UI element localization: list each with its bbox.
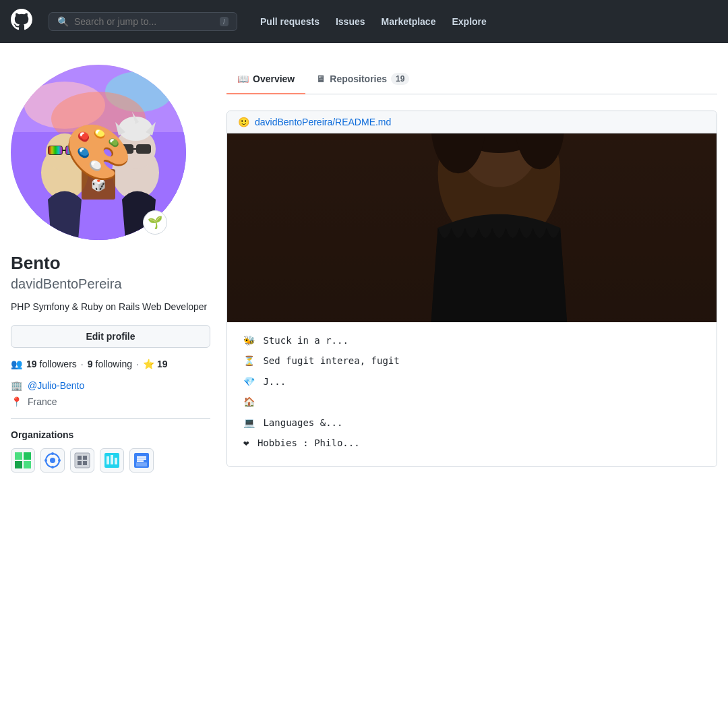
nav-issues[interactable]: Issues <box>329 11 372 32</box>
svg-rect-46 <box>136 462 147 466</box>
svg-rect-35 <box>83 456 87 460</box>
svg-rect-39 <box>107 456 109 464</box>
organization-link[interactable]: @Julio-Bento <box>28 380 84 391</box>
svg-rect-37 <box>83 461 87 465</box>
readme-line-6: ❤️ Hobbies : Philo... <box>243 435 700 450</box>
svg-rect-10 <box>49 146 62 154</box>
profile-sidebar: 🎲 <box>11 65 210 473</box>
profile-bio: PHP Symfony & Ruby on Rails Web Develope… <box>11 300 210 314</box>
profile-tabs: 📖 Overview 🖥 Repositories 19 <box>226 65 717 94</box>
stars-icon: ⭐ <box>143 359 154 369</box>
tab-overview[interactable]: 📖 Overview <box>226 65 305 94</box>
org-icon-5[interactable] <box>129 448 154 473</box>
readme-line-2: ⏳ Sed fugit interea, fugit <box>243 353 700 368</box>
readme-header: 🙂 davidBentoPereira/README.md <box>227 111 717 133</box>
readme-line-4: 🏠 <box>243 394 700 409</box>
svg-rect-36 <box>78 461 82 465</box>
search-input[interactable] <box>74 16 214 27</box>
overview-tab-icon: 📖 <box>237 73 249 84</box>
organizations-list <box>11 448 210 473</box>
svg-marker-15 <box>115 122 125 135</box>
svg-rect-33 <box>75 453 90 468</box>
svg-text:🎲: 🎲 <box>91 177 107 192</box>
readme-body: 🐝 Stuck in a r... ⏳ Sed fugit interea, f… <box>227 133 717 466</box>
readme-repo-link[interactable]: davidBentoPereira/README.md <box>255 117 391 127</box>
svg-rect-25 <box>15 461 22 468</box>
readme-line-5: 💻 Languages &... <box>243 415 700 430</box>
readme-line-1: 🐝 Stuck in a r... <box>243 333 700 348</box>
search-shortcut-badge: / <box>220 17 229 26</box>
svg-rect-23 <box>15 452 22 460</box>
github-logo-icon <box>11 9 32 34</box>
svg-point-32 <box>58 459 61 462</box>
organization-detail: 🏢 @Julio-Bento <box>11 380 210 391</box>
heart-emoji: ❤️ <box>243 437 249 448</box>
svg-point-30 <box>51 466 54 468</box>
followers-row: 👥 19 followers · 9 following · ⭐ 19 <box>11 359 210 369</box>
hourglass-emoji: ⏳ <box>243 355 255 366</box>
top-navigation: 🔍 / Pull requests Issues Marketplace Exp… <box>0 0 728 43</box>
nav-explore[interactable]: Explore <box>445 11 493 32</box>
profile-username: davidBentoPereira <box>11 276 210 292</box>
header-nav: Pull requests Issues Marketplace Explore <box>253 11 493 32</box>
org-icon-1[interactable] <box>11 448 35 473</box>
profile-display-name: Bento <box>11 253 210 274</box>
location-detail: 📍 France <box>11 396 210 407</box>
nav-marketplace[interactable]: Marketplace <box>375 11 443 32</box>
sidebar-divider <box>11 418 210 419</box>
svg-rect-43 <box>137 458 146 460</box>
repositories-tab-label: Repositories <box>330 73 387 84</box>
stars-count: 19 <box>157 359 168 369</box>
svg-rect-8 <box>65 146 80 155</box>
nav-pull-requests[interactable]: Pull requests <box>253 11 326 32</box>
svg-rect-18 <box>119 144 133 154</box>
svg-rect-24 <box>24 452 31 460</box>
bee-emoji: 🐝 <box>243 335 255 346</box>
organization-icon: 🏢 <box>11 380 22 391</box>
readme-text-section: 🐝 Stuck in a r... ⏳ Sed fugit interea, f… <box>227 322 717 466</box>
diamond-emoji: 💎 <box>243 376 255 387</box>
readme-image <box>227 133 717 322</box>
followers-label: followers <box>40 359 77 369</box>
avatar-achievement-badge: 🌱 <box>143 210 167 235</box>
svg-rect-40 <box>111 455 113 464</box>
search-icon: 🔍 <box>57 16 69 27</box>
location-text: France <box>28 396 57 407</box>
svg-point-29 <box>51 452 54 455</box>
main-content: 📖 Overview 🖥 Repositories 19 🙂 davidBent… <box>226 65 717 467</box>
avatar-container: 🎲 <box>11 65 210 242</box>
readme-line-3: 💎 J... <box>243 374 700 389</box>
org-icon-3[interactable] <box>70 448 94 473</box>
overview-tab-label: Overview <box>253 73 295 84</box>
svg-rect-44 <box>137 456 146 458</box>
following-label: following <box>96 359 132 369</box>
computer-emoji: 💻 <box>243 417 255 428</box>
svg-rect-41 <box>115 458 117 464</box>
smiley-icon: 🙂 <box>238 117 249 127</box>
svg-point-28 <box>50 458 55 463</box>
svg-rect-11 <box>66 146 80 154</box>
org-icon-2[interactable] <box>40 448 65 473</box>
separator-1: · <box>81 359 84 369</box>
repositories-tab-icon: 🖥 <box>316 73 326 84</box>
svg-rect-26 <box>24 461 31 468</box>
location-icon: 📍 <box>11 396 22 407</box>
house-emoji: 🏠 <box>243 396 255 407</box>
search-box[interactable]: 🔍 / <box>49 12 237 31</box>
svg-rect-45 <box>137 460 144 462</box>
separator-2: · <box>136 359 139 369</box>
page-container: 🎲 <box>0 43 728 473</box>
edit-profile-button[interactable]: Edit profile <box>11 325 210 348</box>
tab-repositories[interactable]: 🖥 Repositories 19 <box>305 65 420 94</box>
readme-card: 🙂 davidBentoPereira/README.md <box>226 111 717 467</box>
svg-rect-34 <box>78 456 82 460</box>
organizations-section-title: Organizations <box>11 429 210 440</box>
following-count[interactable]: 9 <box>88 359 93 369</box>
svg-rect-19 <box>136 144 151 154</box>
followers-icon: 👥 <box>11 359 22 369</box>
svg-point-31 <box>44 459 47 462</box>
repositories-count-badge: 19 <box>391 73 409 85</box>
followers-count[interactable]: 19 <box>26 359 37 369</box>
org-icon-4[interactable] <box>100 448 124 473</box>
